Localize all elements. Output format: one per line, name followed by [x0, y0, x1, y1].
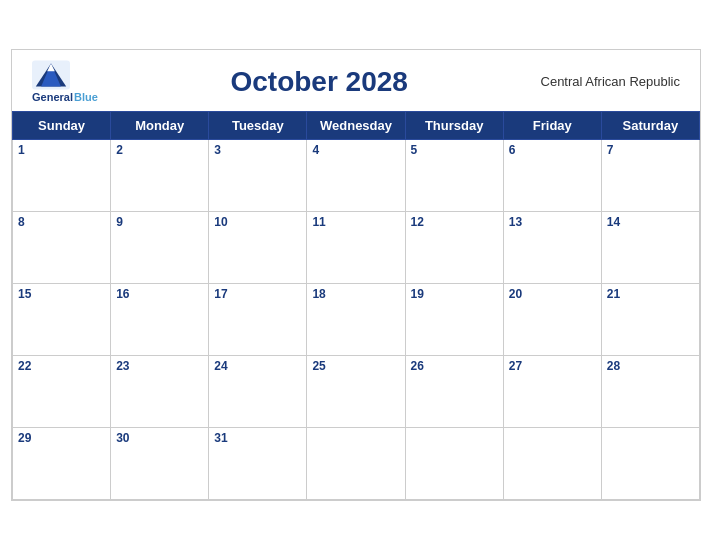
- calendar-cell: 19: [405, 284, 503, 356]
- calendar-cell: 20: [503, 284, 601, 356]
- title-area: October 2028: [230, 66, 407, 98]
- calendar-cell: 30: [111, 428, 209, 500]
- day-number: 21: [607, 287, 620, 301]
- header-thursday: Thursday: [405, 112, 503, 140]
- subtitle-area: Central African Republic: [541, 74, 680, 89]
- calendar-cell: 14: [601, 212, 699, 284]
- day-number: 26: [411, 359, 424, 373]
- week-row-5: 293031: [13, 428, 700, 500]
- day-number: 23: [116, 359, 129, 373]
- logo-text-general: General: [32, 91, 73, 103]
- day-number: 14: [607, 215, 620, 229]
- day-number: 18: [312, 287, 325, 301]
- day-number: 6: [509, 143, 516, 157]
- day-number: 27: [509, 359, 522, 373]
- day-number: 11: [312, 215, 325, 229]
- calendar-table: Sunday Monday Tuesday Wednesday Thursday…: [12, 111, 700, 500]
- day-number: 25: [312, 359, 325, 373]
- week-row-2: 891011121314: [13, 212, 700, 284]
- header-monday: Monday: [111, 112, 209, 140]
- calendar-cell: 3: [209, 140, 307, 212]
- calendar-container: General Blue October 2028 Central Africa…: [11, 49, 701, 501]
- logo-text-blue: Blue: [74, 91, 98, 103]
- day-number: 24: [214, 359, 227, 373]
- header-sunday: Sunday: [13, 112, 111, 140]
- day-number: 7: [607, 143, 614, 157]
- logo-area: General Blue: [32, 60, 98, 103]
- calendar-header: General Blue October 2028 Central Africa…: [12, 50, 700, 111]
- day-number: 10: [214, 215, 227, 229]
- calendar-cell: 4: [307, 140, 405, 212]
- calendar-cell: 5: [405, 140, 503, 212]
- day-number: 20: [509, 287, 522, 301]
- day-number: 30: [116, 431, 129, 445]
- calendar-cell: 15: [13, 284, 111, 356]
- day-number: 15: [18, 287, 31, 301]
- calendar-cell: 16: [111, 284, 209, 356]
- calendar-cell: 13: [503, 212, 601, 284]
- header-friday: Friday: [503, 112, 601, 140]
- calendar-cell: 23: [111, 356, 209, 428]
- day-number: 9: [116, 215, 123, 229]
- week-row-1: 1234567: [13, 140, 700, 212]
- calendar-cell: [601, 428, 699, 500]
- day-number: 12: [411, 215, 424, 229]
- calendar-cell: 18: [307, 284, 405, 356]
- day-number: 31: [214, 431, 227, 445]
- calendar-cell: 25: [307, 356, 405, 428]
- week-row-4: 22232425262728: [13, 356, 700, 428]
- header-saturday: Saturday: [601, 112, 699, 140]
- day-number: 4: [312, 143, 319, 157]
- generalblue-logo: [32, 60, 70, 90]
- calendar-cell: 26: [405, 356, 503, 428]
- calendar-cell: 24: [209, 356, 307, 428]
- calendar-cell: 1: [13, 140, 111, 212]
- day-number: 13: [509, 215, 522, 229]
- calendar-cell: 11: [307, 212, 405, 284]
- calendar-cell: 22: [13, 356, 111, 428]
- calendar-cell: 2: [111, 140, 209, 212]
- calendar-cell: 29: [13, 428, 111, 500]
- calendar-body: 1234567891011121314151617181920212223242…: [13, 140, 700, 500]
- calendar-cell: 10: [209, 212, 307, 284]
- calendar-cell: [307, 428, 405, 500]
- day-number: 3: [214, 143, 221, 157]
- calendar-subtitle: Central African Republic: [541, 74, 680, 89]
- calendar-cell: 21: [601, 284, 699, 356]
- week-row-3: 15161718192021: [13, 284, 700, 356]
- calendar-title: October 2028: [230, 66, 407, 97]
- calendar-cell: [503, 428, 601, 500]
- calendar-cell: [405, 428, 503, 500]
- calendar-cell: 28: [601, 356, 699, 428]
- header-wednesday: Wednesday: [307, 112, 405, 140]
- weekday-header-row: Sunday Monday Tuesday Wednesday Thursday…: [13, 112, 700, 140]
- calendar-cell: 9: [111, 212, 209, 284]
- calendar-cell: 8: [13, 212, 111, 284]
- calendar-cell: 31: [209, 428, 307, 500]
- day-number: 1: [18, 143, 25, 157]
- day-number: 29: [18, 431, 31, 445]
- day-number: 28: [607, 359, 620, 373]
- day-number: 19: [411, 287, 424, 301]
- day-number: 17: [214, 287, 227, 301]
- calendar-cell: 27: [503, 356, 601, 428]
- calendar-cell: 12: [405, 212, 503, 284]
- day-number: 5: [411, 143, 418, 157]
- calendar-cell: 7: [601, 140, 699, 212]
- day-number: 22: [18, 359, 31, 373]
- header-tuesday: Tuesday: [209, 112, 307, 140]
- day-number: 16: [116, 287, 129, 301]
- calendar-cell: 17: [209, 284, 307, 356]
- day-number: 2: [116, 143, 123, 157]
- day-number: 8: [18, 215, 25, 229]
- calendar-cell: 6: [503, 140, 601, 212]
